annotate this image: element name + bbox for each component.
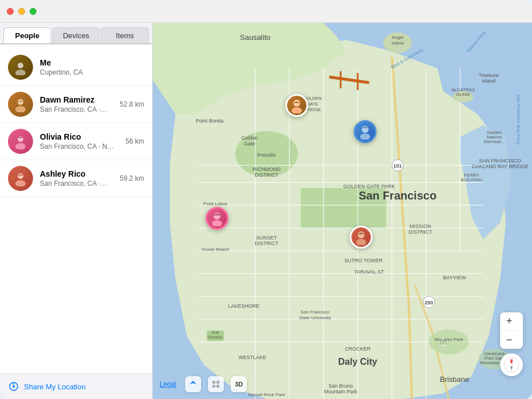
svg-point-102	[356, 239, 366, 245]
person-item-me[interactable]: Me Cupertino, CA	[0, 49, 152, 86]
close-button[interactable]	[7, 8, 14, 15]
map-area[interactable]: 101 280 101 San Francisco RICHMOND DISTR…	[153, 23, 532, 399]
share-location-label: Share My Location	[24, 382, 85, 391]
traffic-lights	[7, 8, 36, 15]
avatar-ashley	[8, 166, 33, 191]
map-pin-dawn[interactable]	[285, 94, 308, 117]
person-name-me: Me	[40, 58, 144, 67]
sidebar-footer[interactable]: Share My Location	[0, 373, 152, 399]
main-content: People Devices Items	[0, 23, 532, 399]
person-info-dawn: Dawn Ramirez San Francisco, CA · 1 minut…	[40, 95, 108, 113]
svg-text:WESTLAKE: WESTLAKE	[238, 355, 266, 360]
svg-text:San Francisco Bay Ferry: San Francisco Bay Ferry	[516, 95, 521, 145]
person-name-ashley: Ashley Rico	[40, 169, 108, 178]
zoom-in-button[interactable]: +	[500, 312, 518, 331]
zoom-controls: + −	[500, 312, 523, 349]
svg-text:LAKESHORE: LAKESHORE	[228, 303, 259, 309]
svg-rect-106	[216, 381, 219, 384]
tab-devices[interactable]: Devices	[52, 27, 100, 43]
maximize-button[interactable]	[30, 8, 36, 15]
svg-text:BAYVIEW: BAYVIEW	[443, 275, 466, 280]
svg-text:San Francisco: San Francisco	[300, 310, 330, 315]
avatar-dawn	[8, 92, 33, 117]
svg-point-104	[360, 133, 370, 140]
person-distance-olivia: 56 km	[125, 137, 144, 145]
svg-text:N: N	[510, 359, 513, 363]
sidebar: People Devices Items	[0, 23, 153, 399]
svg-text:San Francisco: San Francisco	[359, 189, 437, 202]
svg-point-0	[18, 63, 23, 68]
svg-text:OAKLAND BAY BRIDGE: OAKLAND BAY BRIDGE	[472, 164, 529, 169]
people-list: Me Cupertino, CA Dawn Ramirez	[0, 44, 152, 373]
svg-text:280: 280	[424, 300, 433, 306]
person-name-dawn: Dawn Ramirez	[40, 95, 108, 104]
svg-text:ALCATRAZ: ALCATRAZ	[451, 87, 474, 92]
compass-button[interactable]: N	[500, 353, 523, 376]
avatar-olivia	[8, 129, 33, 154]
svg-text:DISTRICT: DISTRICT	[255, 241, 279, 246]
person-location-ashley: San Francisco, CA · Now	[40, 180, 108, 188]
3d-btn[interactable]: 3D	[231, 376, 247, 392]
person-location-dawn: San Francisco, CA · 1 minute ago	[40, 105, 108, 113]
svg-text:Angel: Angel	[392, 35, 404, 40]
svg-text:Ocean Beach: Ocean Beach	[202, 247, 229, 252]
person-item-dawn[interactable]: Dawn Ramirez San Francisco, CA · 1 minut…	[0, 86, 152, 123]
legal-link[interactable]: Legal	[159, 380, 176, 388]
minimize-button[interactable]	[18, 8, 25, 15]
location-arrow-btn[interactable]	[185, 376, 201, 392]
svg-text:Point Bonita: Point Bonita	[196, 118, 224, 124]
svg-text:Fort: Fort	[212, 331, 219, 335]
svg-text:Recreati...: Recreati...	[484, 139, 505, 144]
svg-text:MISSION: MISSION	[410, 223, 431, 229]
title-bar	[0, 0, 532, 23]
svg-text:State University: State University	[299, 315, 331, 320]
person-distance-dawn: 52.8 km	[120, 100, 144, 108]
svg-point-98	[292, 107, 302, 113]
svg-point-7	[15, 180, 26, 186]
svg-rect-105	[212, 381, 215, 384]
person-location-me: Cupertino, CA	[40, 68, 144, 76]
svg-text:SUTRO TOWER: SUTRO TOWER	[344, 258, 383, 263]
map-type-btn[interactable]	[208, 376, 224, 392]
map-toolbar-icons: 3D	[185, 376, 247, 392]
app-window: People Devices Items	[0, 0, 532, 399]
svg-text:Golden: Golden	[241, 135, 257, 141]
map-toolbar: Legal	[159, 376, 247, 392]
tabs-row: People Devices Items	[0, 23, 152, 43]
svg-text:Gate: Gate	[244, 141, 255, 146]
zoom-out-button[interactable]: −	[500, 331, 518, 349]
svg-text:BUILDING: BUILDING	[461, 177, 482, 182]
map-pin-olivia[interactable]	[206, 207, 228, 230]
svg-text:Point Lobos: Point Lobos	[203, 201, 227, 206]
map-pin-user2[interactable]	[354, 120, 377, 143]
svg-text:Mountain Park: Mountain Park	[324, 389, 358, 394]
svg-text:CROCKER: CROCKER	[345, 346, 371, 352]
svg-text:GOLDEN GATE PARK: GOLDEN GATE PARK	[343, 184, 395, 189]
person-info-olivia: Olivia Rico San Francisco, CA · Now	[40, 132, 114, 150]
svg-rect-107	[212, 385, 215, 388]
person-distance-ashley: 59.2 km	[120, 174, 144, 182]
avatar-me	[8, 55, 33, 80]
svg-text:Sausalito: Sausalito	[240, 33, 270, 42]
svg-point-101	[358, 231, 365, 238]
person-info-me: Me Cupertino, CA	[40, 58, 144, 76]
person-location-olivia: San Francisco, CA · Now	[40, 142, 114, 150]
tab-items[interactable]: Items	[101, 27, 149, 43]
svg-point-9	[13, 385, 15, 388]
svg-text:SUNSET: SUNSET	[256, 235, 277, 241]
svg-text:DISTRICT: DISTRICT	[408, 229, 432, 235]
svg-text:DISTRICT: DISTRICT	[255, 172, 279, 178]
person-item-ashley[interactable]: Ashley Rico San Francisco, CA · Now 59.2…	[0, 160, 152, 197]
svg-text:SAN FRANCISCO: SAN FRANCISCO	[479, 158, 521, 164]
svg-point-73	[429, 329, 469, 355]
svg-text:Daly City: Daly City	[338, 357, 378, 367]
svg-text:Presidio: Presidio	[257, 152, 276, 158]
svg-rect-108	[216, 385, 219, 388]
map-pin-ashley[interactable]	[350, 226, 373, 249]
share-location-icon	[8, 381, 19, 392]
person-item-olivia[interactable]: Olivia Rico San Francisco, CA · Now 56 k…	[0, 123, 152, 160]
tab-people[interactable]: People	[3, 27, 51, 43]
svg-point-1	[15, 70, 26, 75]
svg-text:Funston: Funston	[208, 335, 222, 339]
tab-underline	[0, 43, 152, 44]
